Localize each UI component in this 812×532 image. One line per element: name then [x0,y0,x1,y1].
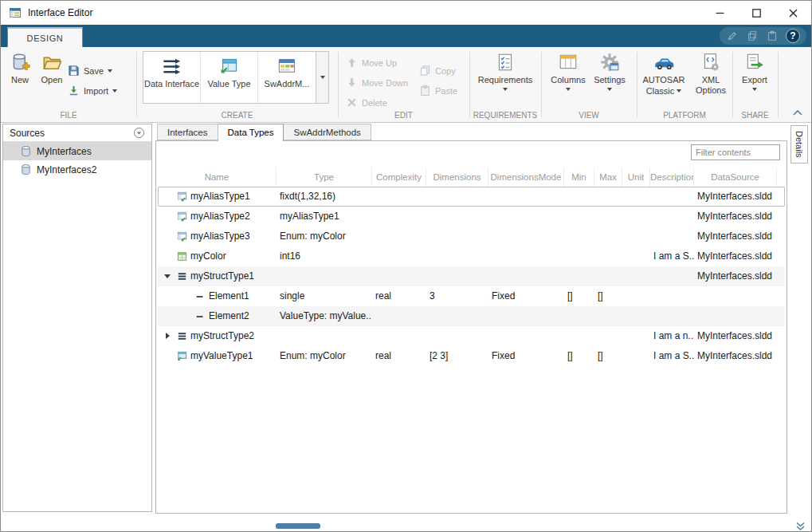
column-header-dimensionsmode[interactable]: DimensionsMode [488,167,564,187]
settings-button[interactable]: Settings [590,51,629,91]
delete-button[interactable]: Delete [346,95,387,111]
toolstrip-section-platform: AUTOSAR Classic XML Options PLATFORM [637,47,732,123]
collapse-expander-icon[interactable] [163,271,173,282]
requirements-button[interactable]: Requirements [481,51,529,91]
column-header-datasource[interactable]: DataSource [694,167,777,187]
pen-icon[interactable] [726,30,739,42]
table-row[interactable]: myStructType2 I am a n... MyInterfaces.s… [158,326,785,346]
value-type-button[interactable]: Value Type [201,52,258,103]
tab-details[interactable]: Details [790,125,808,164]
table-row[interactable]: myColor int16 I am a S... MyInterfaces.s… [158,246,785,266]
data-interface-label: Data Interface [144,79,199,89]
columns-button[interactable]: Columns [549,51,587,91]
paste-button[interactable]: Paste [419,83,457,99]
cell-type: single [277,286,372,306]
help-button[interactable]: ? [786,29,800,43]
table-row[interactable]: Element2 ValueType: myValue... [158,306,785,326]
column-header-dimensions[interactable]: Dimensions [426,167,488,187]
move-down-button[interactable]: Move Down [346,75,408,91]
autosar-classic-button[interactable]: AUTOSAR Classic [640,51,688,96]
open-button[interactable]: Open [36,51,68,85]
element-icon [194,290,206,302]
expand-expander-icon[interactable] [163,331,173,341]
column-header-type[interactable]: Type [277,167,372,187]
sidebar-item-myinterfaces2[interactable]: MyInterfaces2 [3,160,151,179]
xml-options-button[interactable]: XML Options [692,51,729,95]
move-up-icon [346,57,358,70]
collapse-toolstrip-button[interactable] [790,107,805,118]
column-header-name[interactable]: Name [158,167,277,187]
cell-data-source: MyInterfaces.sldd [694,207,777,227]
paste-icon[interactable] [766,30,779,42]
sources-filter-button[interactable] [133,127,145,139]
horizontal-scrollbar-thumb[interactable] [276,523,320,529]
column-header-min[interactable]: Min [564,167,594,187]
table-row[interactable]: Element1 single real 3 Fixed [] [] [158,286,785,306]
row-name: Element1 [209,286,249,306]
cell-dimensions-mode: Fixed [488,286,564,306]
requirements-icon [495,51,516,73]
app-icon [9,6,22,19]
struct-type-icon [175,270,188,282]
filter-input[interactable] [691,144,780,160]
import-button[interactable]: Import [68,83,117,99]
cell-data-source: MyInterfaces.sldd [694,227,777,246]
toolstrip-section-edit: Move Up Move Down Delete Copy [338,47,469,123]
tab-data-types[interactable]: Data Types [218,124,284,141]
import-label: Import [84,86,108,96]
tab-design[interactable]: DESIGN [7,27,83,47]
table-row[interactable]: myStructType1 MyInterfaces.sldd [158,266,785,286]
database-icon [19,164,32,175]
sources-header: Sources [3,124,151,142]
cell-type: ValueType: myValue... [277,306,372,326]
settings-label: Settings [594,75,626,85]
column-header-max[interactable]: Max [594,167,622,187]
move-down-label: Move Down [362,78,408,88]
table-row[interactable]: myValueType1 Enum: myColor real [2 3] Fi… [158,346,785,366]
data-interface-button[interactable]: Data Interface [143,52,201,103]
copy-pages-icon [419,65,431,78]
save-button[interactable]: Save [68,63,112,79]
gallery-dropdown-button[interactable] [316,52,328,103]
minimize-button[interactable] [701,1,738,25]
save-icon [68,65,80,78]
sidebar-item-myinterfaces[interactable]: MyInterfaces [3,142,151,160]
sw-addr-method-button[interactable]: SwAddrM... [258,52,316,103]
cell-min: [] [564,286,594,306]
copy-button[interactable]: Copy [419,63,456,79]
alias-type-icon [175,231,188,242]
new-button[interactable]: New [4,51,36,85]
cell-data-source: MyInterfaces.sldd [694,246,777,266]
cell-max: [] [594,286,622,306]
toolstrip-section-view: Columns Settings VIEW [541,47,637,123]
gear-icon [599,51,620,73]
tab-interfaces[interactable]: Interfaces [157,124,218,140]
column-header-unit[interactable]: Unit [622,167,650,187]
copy-label: Copy [435,66,456,76]
table-row[interactable]: myAliasType1 fixdt(1,32,16) MyInterfaces… [158,187,785,207]
column-header-complexity[interactable]: Complexity [372,167,426,187]
cell-data-source: MyInterfaces.sldd [694,326,777,346]
scrollbar-corner-icon[interactable] [794,520,807,530]
column-header-description[interactable]: Description [650,167,694,187]
value-type-icon [218,55,240,77]
export-button[interactable]: Export [736,51,773,91]
close-button[interactable] [775,1,811,25]
move-up-button[interactable]: Move Up [346,55,397,71]
toolstrip-section-create: Data Interface Value Type SwAddrM... [136,47,338,123]
value-type-icon [175,350,188,362]
requirements-label: Requirements [478,75,532,85]
toolstrip-section-file: New Open Save Import [1,47,136,123]
row-name: myAliasType2 [190,207,250,227]
cell-dimensions: [2 3] [426,346,488,366]
table-row[interactable]: myAliasType2 myAliasType1 MyInterfaces.s… [158,207,785,227]
element-icon [194,310,206,322]
open-folder-icon [42,51,62,73]
tab-swaddrmethods[interactable]: SwAddrMethods [284,124,371,140]
table-row[interactable]: myAliasType3 Enum: myColor MyInterfaces.… [158,227,785,246]
copy-icon[interactable] [746,30,759,42]
toolstrip-section-share: Export SHARE [732,47,778,123]
section-label-requirements: REQUIREMENTS [469,111,541,120]
titlebar: Interface Editor [1,1,811,25]
maximize-button[interactable] [738,1,775,25]
